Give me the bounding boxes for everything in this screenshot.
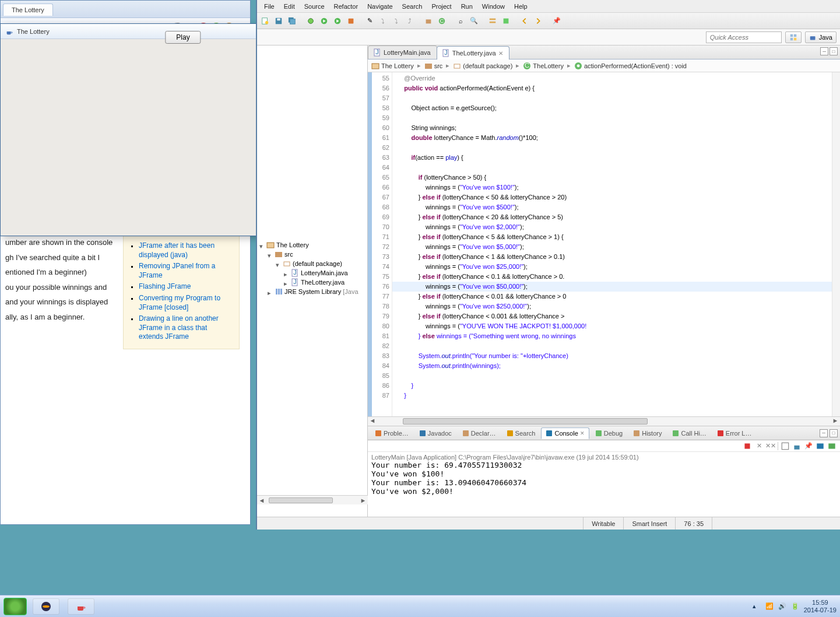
- status-cursor-pos: 76 : 35: [675, 517, 712, 530]
- toggle-breadcrumb-icon[interactable]: [487, 15, 498, 27]
- new-class-icon[interactable]: C: [436, 15, 448, 27]
- view-tab-declar[interactable]: Declar…: [458, 427, 501, 439]
- pin-console-icon[interactable]: 📌: [804, 441, 813, 451]
- editor-tab[interactable]: J LotteryMain.java: [368, 45, 437, 59]
- view-tab-javadoc[interactable]: Javadoc: [414, 427, 456, 439]
- minimize-view-icon[interactable]: ─: [820, 429, 828, 437]
- search-icon[interactable]: 🔍: [468, 15, 480, 27]
- menu-project[interactable]: Project: [427, 1, 456, 12]
- start-button[interactable]: [3, 598, 27, 615]
- svg-rect-13: [490, 18, 496, 20]
- project-icon: [266, 241, 275, 249]
- breadcrumb-item[interactable]: ●actionPerformed(ActionEvent) : void: [574, 62, 687, 70]
- view-tab-console[interactable]: Console✕: [541, 427, 589, 439]
- code-editor[interactable]: 55 56 57 58 59 60 61 62 63 64 65 66 67 6…: [368, 72, 840, 416]
- clear-console-icon[interactable]: [781, 441, 790, 451]
- java-perspective-button[interactable]: Java: [805, 31, 837, 43]
- browser-tab[interactable]: The Lottery: [3, 3, 53, 16]
- view-tab-debug[interactable]: Debug: [591, 427, 627, 439]
- related-link[interactable]: Removing JPanel from a JFrame: [139, 262, 215, 279]
- step-into-icon[interactable]: ⤵: [391, 15, 402, 27]
- close-tab-icon[interactable]: ✕: [498, 50, 503, 57]
- tray-up-icon[interactable]: ▴: [753, 602, 761, 611]
- maximize-view-icon[interactable]: □: [830, 429, 838, 437]
- nav-back-icon[interactable]: [519, 15, 530, 27]
- open-type-icon[interactable]: ⌕: [455, 15, 466, 27]
- code-content[interactable]: @Override public void actionPerformed(Ac…: [392, 72, 832, 416]
- menu-refactor[interactable]: Refactor: [329, 1, 363, 12]
- ext-tools-icon[interactable]: [345, 15, 357, 27]
- debug-icon[interactable]: [305, 15, 317, 27]
- scroll-lock-icon[interactable]: [792, 441, 802, 451]
- clock[interactable]: 15:59 2014-07-19: [804, 599, 837, 614]
- svg-rect-10: [426, 19, 431, 23]
- view-tab-callhi[interactable]: Call Hi…: [667, 427, 711, 439]
- minimize-view-icon[interactable]: ─: [820, 47, 828, 55]
- new-icon[interactable]: [259, 15, 271, 27]
- overview-ruler[interactable]: [832, 72, 840, 416]
- explorer-scrollbar[interactable]: ◄►: [257, 495, 368, 504]
- menu-search[interactable]: Search: [398, 1, 427, 12]
- related-link[interactable]: JFrame after it has been displayed (java…: [139, 241, 215, 259]
- taskbar-app-eclipse[interactable]: [33, 598, 59, 615]
- menu-edit[interactable]: Edit: [279, 1, 300, 12]
- editor-scrollbar[interactable]: ◄►: [368, 416, 840, 426]
- jre-label: JRE System Library: [284, 288, 341, 295]
- package-node[interactable]: ▾ (default package): [259, 259, 365, 268]
- view-tab-proble[interactable]: Proble…: [370, 427, 413, 439]
- view-tab-errorl[interactable]: Error L…: [712, 427, 757, 439]
- menu-run[interactable]: Run: [456, 1, 477, 12]
- file-node[interactable]: ▸ J TheLottery.java: [259, 278, 365, 287]
- play-button[interactable]: Play: [165, 31, 201, 44]
- breadcrumb-item[interactable]: CTheLottery: [523, 62, 564, 70]
- open-perspective-button[interactable]: [785, 31, 802, 43]
- maximize-view-icon[interactable]: □: [830, 47, 838, 55]
- related-link[interactable]: Drawing a line on another JFrame in a cl…: [139, 314, 219, 341]
- breadcrumb-item[interactable]: The Lottery: [371, 62, 414, 70]
- menu-window[interactable]: Window: [477, 1, 509, 12]
- display-console-icon[interactable]: [816, 441, 825, 451]
- remove-all-icon[interactable]: ✕✕: [766, 441, 775, 451]
- menu-navigate[interactable]: Navigate: [363, 1, 397, 12]
- console-output[interactable]: Your number is: 69.47055711930032 You've…: [368, 461, 840, 517]
- pin-editor-icon[interactable]: 📌: [551, 15, 563, 27]
- menu-source[interactable]: Source: [300, 1, 329, 12]
- new-package-icon[interactable]: [423, 15, 434, 27]
- breadcrumb-item[interactable]: (default package): [453, 62, 512, 70]
- wand-icon[interactable]: ✎: [364, 15, 375, 27]
- step-return-icon[interactable]: ⤴: [404, 15, 416, 27]
- menu-file[interactable]: File: [259, 1, 279, 12]
- breadcrumb-item[interactable]: src: [424, 62, 443, 70]
- src-node[interactable]: ▾ src: [259, 250, 365, 259]
- project-node[interactable]: ▾ The Lottery: [259, 240, 365, 250]
- console-toolbar: ✕ ✕✕ 📌: [368, 440, 840, 452]
- editor-area: J LotteryMain.java J TheLottery.java ✕ ─…: [368, 45, 840, 517]
- eclipse-window: FileEditSourceRefactorNavigateSearchProj…: [256, 0, 840, 530]
- view-tab-search[interactable]: Search: [502, 427, 540, 439]
- view-tab-history[interactable]: History: [628, 427, 666, 439]
- terminate-icon[interactable]: [743, 441, 752, 451]
- battery-icon[interactable]: 🔋: [791, 602, 799, 611]
- nav-fwd-icon[interactable]: [532, 15, 544, 27]
- network-icon[interactable]: 📶: [765, 602, 774, 611]
- run-last-icon[interactable]: [332, 15, 343, 27]
- save-all-icon[interactable]: [286, 15, 298, 27]
- menu-help[interactable]: Help: [509, 1, 532, 12]
- related-link[interactable]: Converting my Program to JFrame [closed]: [139, 294, 220, 311]
- quick-access-input[interactable]: [706, 31, 782, 43]
- file-node[interactable]: ▸ J LotteryMain.java: [259, 268, 365, 278]
- editor-tab-active[interactable]: J TheLottery.java ✕: [437, 46, 509, 59]
- jre-node[interactable]: ▸ JRE System Library [Java: [259, 287, 365, 296]
- volume-icon[interactable]: 🔊: [778, 602, 786, 611]
- related-link[interactable]: Flashing JFrame: [139, 282, 191, 290]
- open-console-icon[interactable]: [827, 441, 837, 451]
- run-icon[interactable]: [318, 15, 330, 27]
- src-folder-icon: [275, 250, 283, 258]
- svg-rect-44: [463, 430, 469, 436]
- step-over-icon[interactable]: ⤵: [377, 15, 389, 27]
- clock-time: 15:59: [804, 599, 837, 607]
- remove-launch-icon[interactable]: ✕: [754, 441, 764, 451]
- mark-occ-icon[interactable]: [500, 15, 512, 27]
- save-icon[interactable]: [273, 15, 284, 27]
- taskbar-app-java[interactable]: [68, 598, 94, 615]
